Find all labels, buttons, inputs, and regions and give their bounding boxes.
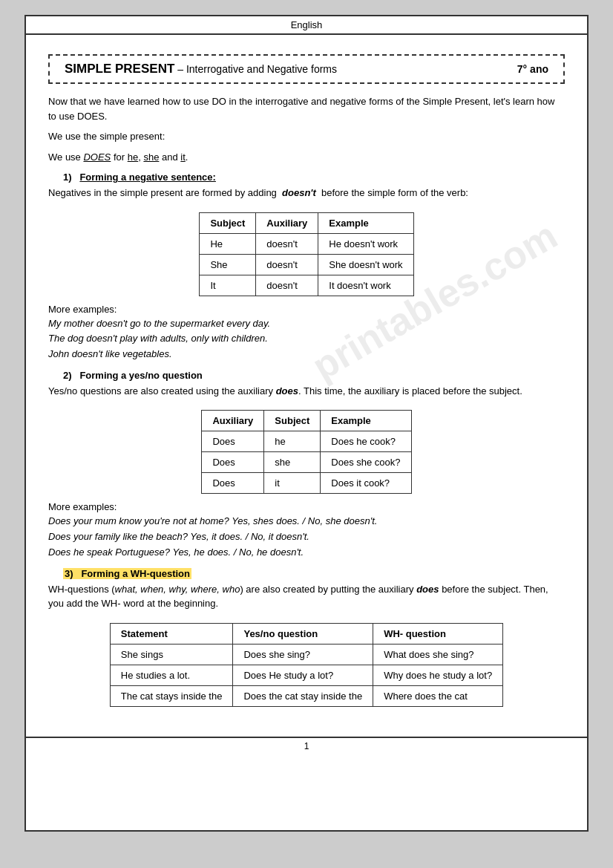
cell-it: It xyxy=(200,275,256,296)
cell-does-3: Does xyxy=(202,473,264,494)
col-subject: Subject xyxy=(200,212,256,233)
does-label: DOES xyxy=(83,151,111,163)
cell-wh3: Where does the cat xyxy=(373,685,503,706)
section1-examples: My mother doesn't go to the supermarket … xyxy=(48,316,565,362)
table-row-2a: Does he Does he cook? xyxy=(202,431,411,452)
section1-num: 1) xyxy=(63,172,72,183)
wh-words: what, when, why, where, who xyxy=(115,584,240,595)
section1-table: Subject Auxiliary Example He doesn't He … xyxy=(199,212,413,296)
cell-yn1: Does she sing? xyxy=(233,644,373,665)
cell-wh2: Why does he study a lot? xyxy=(373,665,503,685)
col-wh: WH- question xyxy=(373,623,503,644)
section3-body: WH-questions (what, when, why, where, wh… xyxy=(48,582,565,611)
cell-does-1: Does xyxy=(202,431,264,452)
page-number: 1 xyxy=(304,741,309,751)
title-main-text: SIMPLE PRESENT xyxy=(65,62,174,76)
cell-doesnt-3: doesn't xyxy=(256,275,318,296)
grade-label: 7° ano xyxy=(517,63,548,75)
title-box: SIMPLE PRESENT – Interrogative and Negat… xyxy=(48,54,565,84)
section2-table-container: Auxiliary Subject Example Does he Does h… xyxy=(48,402,565,501)
title-sub: Interrogative and Negative forms xyxy=(186,63,337,75)
col-auxiliary-2: Auxiliary xyxy=(202,411,264,431)
section1-body: Negatives in the simple present are form… xyxy=(48,186,565,200)
cell-she: She xyxy=(200,254,256,275)
subject-label: English xyxy=(291,19,323,30)
cell-he: He xyxy=(200,233,256,254)
cell-wh1: What does she sing? xyxy=(373,644,503,665)
cell-yn2: Does He study a lot? xyxy=(233,665,373,685)
section2-num: 2) xyxy=(63,370,72,381)
does-aux: does xyxy=(276,385,298,397)
more-examples-2-label: More examples: xyxy=(48,501,565,512)
section1-title-text: Forming a negative sentence: xyxy=(79,172,216,183)
table-row: It doesn't It doesn't work xyxy=(200,275,413,296)
table-row-3b: He studies a lot. Does He study a lot? W… xyxy=(110,665,502,685)
title-main: SIMPLE PRESENT – Interrogative and Negat… xyxy=(65,62,337,76)
doesnt-label: doesn't xyxy=(282,187,316,198)
cell-ex2-2: Does she cook? xyxy=(321,452,411,473)
table-row-2b: Does she Does she cook? xyxy=(202,452,411,473)
title-row: SIMPLE PRESENT – Interrogative and Negat… xyxy=(65,62,548,76)
cell-he-2: he xyxy=(264,431,321,452)
example-2-3: Does he speak Portuguese? Yes, he does. … xyxy=(48,545,565,561)
table-header-row-3: Statement Yes/no question WH- question xyxy=(110,623,502,644)
page: English SIMPLE PRESENT – Interrogative a… xyxy=(24,15,589,832)
does-aux-3: does xyxy=(416,584,439,595)
cell-yn3: Does the cat stay inside the xyxy=(233,685,373,706)
cell-ex-1: He doesn't work xyxy=(318,233,413,254)
table-row-3c: The cat stays inside the Does the cat st… xyxy=(110,685,502,706)
cell-ex2-1: Does he cook? xyxy=(321,431,411,452)
table-row: He doesn't He doesn't work xyxy=(200,233,413,254)
she-label: she xyxy=(143,151,159,163)
section2-body: Yes/no questions are also created using … xyxy=(48,384,565,399)
cell-she-2: she xyxy=(264,452,321,473)
table-header-row-2: Auxiliary Subject Example xyxy=(202,411,411,431)
example-2-2: Does your family like the beach? Yes, it… xyxy=(48,529,565,545)
section2-table: Auxiliary Subject Example Does he Does h… xyxy=(201,410,411,494)
cell-doesnt-1: doesn't xyxy=(256,233,318,254)
example-2-1: Does your mum know you're not at home? Y… xyxy=(48,514,565,529)
col-yesno: Yes/no question xyxy=(233,623,373,644)
section1-table-container: Subject Auxiliary Example He doesn't He … xyxy=(48,205,565,304)
he-label: he xyxy=(128,151,138,163)
cell-ex2-3: Does it cook? xyxy=(321,473,411,494)
cell-s1: She sings xyxy=(110,644,233,665)
cell-s2: He studies a lot. xyxy=(110,665,233,685)
col-example-2: Example xyxy=(321,411,411,431)
it-label: it xyxy=(180,151,186,163)
cell-it-2: it xyxy=(264,473,321,494)
example-1-3: John doesn't like vegetables. xyxy=(48,347,565,362)
col-statement: Statement xyxy=(110,623,233,644)
cell-ex-3: It doesn't work xyxy=(318,275,413,296)
content: SIMPLE PRESENT – Interrogative and Negat… xyxy=(26,35,587,737)
table-row-2c: Does it Does it cook? xyxy=(202,473,411,494)
cell-s3: The cat stays inside the xyxy=(110,685,233,706)
example-1-1: My mother doesn't go to the supermarket … xyxy=(48,316,565,332)
cell-does-2: Does xyxy=(202,452,264,473)
section3-table: Statement Yes/no question WH- question S… xyxy=(110,623,503,707)
section2-title-text: Forming a yes/no question xyxy=(79,370,202,381)
col-subject-2: Subject xyxy=(264,411,321,431)
cell-ex-2: She doesn't work xyxy=(318,254,413,275)
example-1-2: The dog doesn't play with adults, only w… xyxy=(48,331,565,347)
intro-line2: We use the simple present: xyxy=(48,129,565,144)
section3-table-container: Statement Yes/no question WH- question S… xyxy=(48,616,565,714)
header-bar: English xyxy=(26,16,587,35)
table-header-row: Subject Auxiliary Example xyxy=(200,212,413,233)
cell-doesnt-2: doesn't xyxy=(256,254,318,275)
table-row: She doesn't She doesn't work xyxy=(200,254,413,275)
table-row-3a: She sings Does she sing? What does she s… xyxy=(110,644,502,665)
intro-line1: Now that we have learned how to use DO i… xyxy=(48,94,565,123)
intro-line3: We use DOES for he, she and it. xyxy=(48,150,565,165)
more-examples-1-label: More examples: xyxy=(48,304,565,315)
col-auxiliary: Auxiliary xyxy=(256,212,318,233)
section3-num-text: 3) xyxy=(65,568,73,579)
section1-title: 1) Forming a negative sentence: xyxy=(63,172,565,183)
footer: 1 xyxy=(26,737,587,754)
section3-title: 3) Forming a WH-question xyxy=(63,568,565,579)
col-example: Example xyxy=(318,212,413,233)
title-dash: – xyxy=(174,63,186,75)
section3-num: 3) Forming a WH-question xyxy=(63,568,191,579)
section2-title: 2) Forming a yes/no question xyxy=(63,370,565,381)
section2-examples: Does your mum know you're not at home? Y… xyxy=(48,514,565,560)
